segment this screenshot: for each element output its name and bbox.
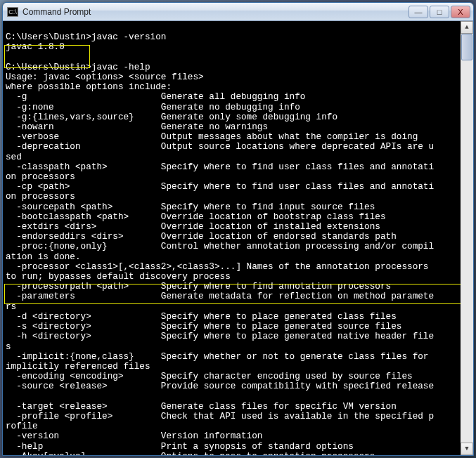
scroll-track[interactable] — [461, 34, 473, 443]
cmd-icon: C:\ — [7, 7, 18, 17]
titlebar[interactable]: C:\ Command Prompt — □ X — [3, 3, 473, 21]
window-title: Command Prompt — [22, 7, 409, 17]
console-output[interactable]: C:\Users\Dustin>javac -version javac 1.8… — [3, 21, 461, 455]
scroll-down-button[interactable]: ▼ — [461, 443, 473, 455]
scroll-up-button[interactable]: ▲ — [461, 21, 473, 34]
console-area: C:\Users\Dustin>javac -version javac 1.8… — [3, 21, 473, 455]
close-button[interactable]: X — [451, 6, 470, 18]
scroll-thumb[interactable] — [461, 34, 472, 60]
minimize-button[interactable]: — — [409, 6, 428, 18]
command-prompt-window: C:\ Command Prompt — □ X C:\Users\Dustin… — [2, 2, 474, 456]
vertical-scrollbar[interactable]: ▲ ▼ — [461, 21, 473, 455]
maximize-button[interactable]: □ — [430, 6, 449, 18]
window-buttons: — □ X — [409, 6, 470, 18]
